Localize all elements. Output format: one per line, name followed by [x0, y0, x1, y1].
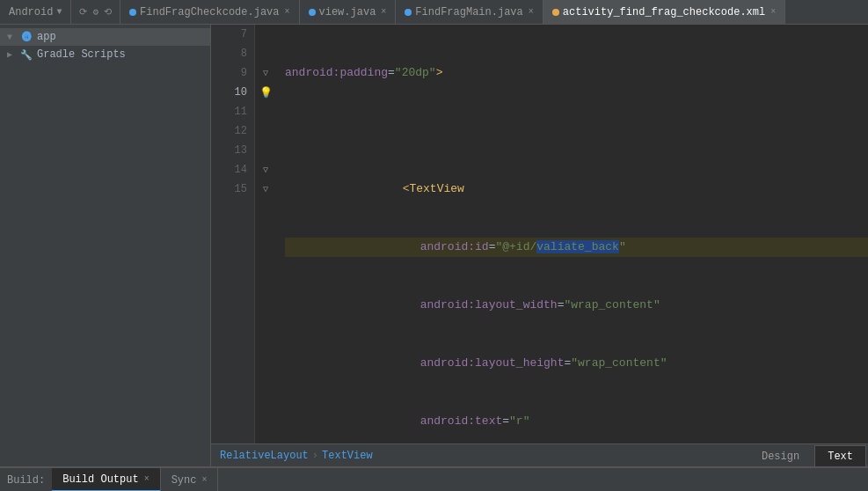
tab-xml-label: activity_find_frag_checkcode.xml	[563, 6, 765, 18]
ln-13: 13	[218, 141, 247, 160]
gutter-7	[255, 25, 276, 44]
code-9-text: <TextView	[285, 160, 464, 218]
gutter-9[interactable]: ▽	[255, 63, 276, 83]
bottom-build-prefix: Build:	[0, 474, 52, 487]
tab-android[interactable]: Android ▼	[0, 0, 71, 24]
code-line-9: <TextView	[285, 180, 868, 199]
tab-view-label: view.java	[319, 6, 376, 18]
editor-bottom-bar: RelativeLayout › TextView Design Text	[211, 443, 868, 466]
ln-9: 9	[218, 63, 247, 83]
tab-xml[interactable]: activity_find_frag_checkcode.xml ×	[543, 0, 785, 24]
editor-view-tabs: Design Text	[748, 444, 868, 466]
tab-design[interactable]: Design	[748, 445, 813, 466]
ln-11: 11	[218, 102, 247, 121]
bottom-panel: Build: Build Output × Sync × ✓ Build: co…	[0, 466, 868, 491]
code-content[interactable]: android:padding="20dp"> <TextView androi…	[276, 25, 868, 443]
tab-findfragcheck-close[interactable]: ×	[285, 7, 290, 17]
main-layout: ▼ 🅐 app ▶ 🔧 Gradle Scripts 7 8 9 10 11 1…	[0, 25, 868, 466]
tab-sync-label: Sync	[171, 474, 197, 487]
ln-15: 15	[218, 180, 247, 199]
tab-text-label: Text	[828, 451, 853, 463]
code-line-7: android:padding="20dp">	[285, 63, 868, 83]
sidebar-app-label: app	[37, 31, 56, 43]
editor-area: 7 8 9 10 11 12 13 14 15 ▽ 💡 ▽	[211, 25, 868, 466]
gutter-8	[255, 44, 276, 63]
bottom-tabs: Build: Build Output × Sync ×	[0, 468, 868, 491]
line-numbers: 7 8 9 10 11 12 13 14 15	[211, 25, 255, 443]
ln-8: 8	[218, 44, 247, 63]
gutter-14[interactable]: ▽	[255, 160, 276, 180]
tab-build-output-close[interactable]: ×	[144, 474, 150, 484]
tab-findfragmain-dot	[405, 9, 412, 16]
tab-view-dot	[309, 9, 316, 16]
sidebar: ▼ 🅐 app ▶ 🔧 Gradle Scripts	[0, 25, 211, 466]
tab-bar: Android ▼ ⟳ ⚙ ⟲ FindFragCheckcode.java ×…	[0, 0, 868, 25]
tab-build-output[interactable]: Build Output ×	[52, 468, 160, 491]
tab-findfragcheck-dot	[129, 9, 136, 16]
sidebar-app-icon: 🅐	[19, 30, 33, 44]
code-line-11: android:layout_width="wrap_content"	[285, 296, 868, 315]
breadcrumb: RelativeLayout › TextView	[211, 444, 748, 467]
sidebar-item-app[interactable]: ▼ 🅐 app	[0, 28, 210, 46]
tab-android-label: Android	[9, 6, 53, 18]
tab-findfragmain-label: FindFragMain.java	[415, 6, 522, 18]
tab-icons: ⟳ ⚙ ⟲	[71, 0, 120, 24]
breadcrumb-relativelayout[interactable]: RelativeLayout	[220, 450, 309, 462]
tab-findfragmain[interactable]: FindFragMain.java ×	[396, 0, 543, 24]
code-13-text: android:text="r"	[285, 392, 529, 443]
tab-xml-close[interactable]: ×	[770, 7, 776, 17]
code-editor[interactable]: 7 8 9 10 11 12 13 14 15 ▽ 💡 ▽	[211, 25, 868, 443]
code-line-13: android:text="r"	[285, 412, 868, 431]
tab-xml-dot	[552, 9, 559, 16]
ln-12: 12	[218, 121, 247, 141]
sidebar-gradle-arrow: ▶	[7, 49, 18, 60]
code-12-text: android:layout_height="wrap_content"	[285, 334, 667, 392]
ln-10: 10	[218, 83, 247, 102]
sidebar-gradle-icon: 🔧	[19, 48, 33, 62]
gutter-10-hint: 💡	[255, 83, 276, 102]
tab-sync[interactable]: Sync ×	[161, 468, 219, 491]
sidebar-app-arrow: ▼	[7, 33, 18, 42]
tab-build-output-label: Build Output	[62, 473, 138, 486]
code-line-8	[285, 121, 868, 141]
ln-14: 14	[218, 160, 247, 180]
tab-android-arrow: ▼	[56, 7, 62, 17]
gutter: ▽ 💡 ▽ ▽	[255, 25, 276, 443]
code-line-10: android:id="@+id/valiate_back"	[285, 238, 868, 257]
build-prefix-label: Build:	[7, 474, 45, 487]
gutter-15[interactable]: ▽	[255, 180, 276, 199]
tab-design-label: Design	[762, 451, 799, 463]
gutter-12	[255, 121, 276, 141]
code-7-text: android:padding="20dp">	[285, 63, 442, 83]
tab-view-close[interactable]: ×	[381, 7, 386, 17]
code-line-12: android:layout_height="wrap_content"	[285, 354, 868, 373]
code-11-text: android:layout_width="wrap_content"	[285, 276, 660, 334]
tab-findfragmain-close[interactable]: ×	[529, 7, 534, 17]
tab-findfragcheck-label: FindFragCheckcode.java	[140, 6, 279, 18]
gutter-11	[255, 102, 276, 121]
code-10-text: android:id="@+id/valiate_back"	[285, 218, 626, 276]
breadcrumb-sep: ›	[312, 450, 318, 462]
tab-text[interactable]: Text	[814, 445, 866, 466]
tab-view[interactable]: view.java ×	[300, 0, 397, 24]
ln-7: 7	[218, 25, 247, 44]
gutter-13	[255, 141, 276, 160]
tab-sync-close[interactable]: ×	[201, 475, 207, 485]
sidebar-gradle-label: Gradle Scripts	[37, 48, 126, 61]
sidebar-item-gradle[interactable]: ▶ 🔧 Gradle Scripts	[0, 46, 210, 63]
breadcrumb-textview[interactable]: TextView	[322, 450, 373, 462]
tab-findfragcheck[interactable]: FindFragCheckcode.java ×	[120, 0, 299, 24]
